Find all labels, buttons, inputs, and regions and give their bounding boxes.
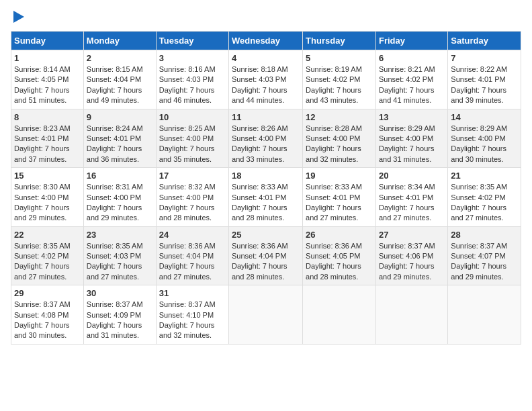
calendar-cell: 7 Sunrise: 8:22 AMSunset: 4:01 PMDayligh… xyxy=(448,50,521,109)
calendar-cell: 1 Sunrise: 8:14 AMSunset: 4:05 PMDayligh… xyxy=(11,50,84,109)
day-info: Sunrise: 8:36 AMSunset: 4:04 PMDaylight:… xyxy=(159,241,226,283)
day-info: Sunrise: 8:31 AMSunset: 4:00 PMDaylight:… xyxy=(87,182,153,224)
day-info: Sunrise: 8:36 AMSunset: 4:05 PMDaylight:… xyxy=(306,241,373,283)
calendar-cell: 27 Sunrise: 8:37 AMSunset: 4:06 PMDaylig… xyxy=(375,226,447,285)
calendar-cell: 5 Sunrise: 8:19 AMSunset: 4:02 PMDayligh… xyxy=(303,50,376,109)
calendar-cell: 28 Sunrise: 8:37 AMSunset: 4:07 PMDaylig… xyxy=(448,226,521,285)
calendar-cell: 2 Sunrise: 8:15 AMSunset: 4:04 PMDayligh… xyxy=(83,50,156,109)
calendar-cell: 31 Sunrise: 8:37 AMSunset: 4:10 PMDaylig… xyxy=(156,285,228,345)
day-number: 31 xyxy=(159,288,226,298)
calendar-cell: 19 Sunrise: 8:33 AMSunset: 4:01 PMDaylig… xyxy=(303,168,376,227)
day-number: 26 xyxy=(306,230,373,240)
day-info: Sunrise: 8:37 AMSunset: 4:08 PMDaylight:… xyxy=(14,300,81,341)
calendar-cell: 3 Sunrise: 8:16 AMSunset: 4:03 PMDayligh… xyxy=(156,50,228,109)
day-info: Sunrise: 8:28 AMSunset: 4:00 PMDaylight:… xyxy=(306,124,373,165)
day-number: 7 xyxy=(451,53,518,63)
calendar-table: SundayMondayTuesdayWednesdayThursdayFrid… xyxy=(11,31,521,345)
header-tuesday: Tuesday xyxy=(156,32,228,50)
day-info: Sunrise: 8:30 AMSunset: 4:00 PMDaylight:… xyxy=(14,182,81,224)
day-number: 22 xyxy=(14,230,81,240)
day-info: Sunrise: 8:36 AMSunset: 4:04 PMDaylight:… xyxy=(232,241,300,283)
day-info: Sunrise: 8:14 AMSunset: 4:05 PMDaylight:… xyxy=(14,64,81,106)
day-info: Sunrise: 8:24 AMSunset: 4:01 PMDaylight:… xyxy=(87,124,153,165)
week-row-5: 29 Sunrise: 8:37 AMSunset: 4:08 PMDaylig… xyxy=(11,285,521,345)
day-number: 9 xyxy=(87,112,153,122)
day-number: 28 xyxy=(451,230,518,240)
day-number: 19 xyxy=(306,171,373,181)
day-info: Sunrise: 8:37 AMSunset: 4:06 PMDaylight:… xyxy=(379,241,445,283)
day-info: Sunrise: 8:25 AMSunset: 4:00 PMDaylight:… xyxy=(159,124,226,165)
calendar-cell: 21 Sunrise: 8:35 AMSunset: 4:02 PMDaylig… xyxy=(448,168,521,227)
day-number: 12 xyxy=(306,112,373,122)
day-info: Sunrise: 8:37 AMSunset: 4:09 PMDaylight:… xyxy=(87,300,153,341)
header-saturday: Saturday xyxy=(448,32,521,50)
calendar-cell: 11 Sunrise: 8:26 AMSunset: 4:00 PMDaylig… xyxy=(229,109,303,168)
day-info: Sunrise: 8:37 AMSunset: 4:10 PMDaylight:… xyxy=(159,300,226,341)
calendar-cell: 14 Sunrise: 8:29 AMSunset: 4:00 PMDaylig… xyxy=(448,109,521,168)
calendar-cell: 25 Sunrise: 8:36 AMSunset: 4:04 PMDaylig… xyxy=(229,226,303,285)
header-sunday: Sunday xyxy=(11,32,84,50)
day-number: 17 xyxy=(159,171,226,181)
week-row-2: 8 Sunrise: 8:23 AMSunset: 4:01 PMDayligh… xyxy=(11,109,521,168)
day-number: 5 xyxy=(306,53,373,63)
day-number: 16 xyxy=(87,171,153,181)
day-number: 6 xyxy=(379,53,445,63)
calendar-cell xyxy=(375,285,447,345)
day-info: Sunrise: 8:21 AMSunset: 4:02 PMDaylight:… xyxy=(379,64,445,106)
calendar-cell: 13 Sunrise: 8:29 AMSunset: 4:00 PMDaylig… xyxy=(375,109,447,168)
day-info: Sunrise: 8:33 AMSunset: 4:01 PMDaylight:… xyxy=(232,182,300,224)
calendar-cell: 10 Sunrise: 8:25 AMSunset: 4:00 PMDaylig… xyxy=(156,109,228,168)
day-info: Sunrise: 8:35 AMSunset: 4:03 PMDaylight:… xyxy=(87,241,153,283)
day-number: 29 xyxy=(14,288,81,298)
day-number: 18 xyxy=(232,171,300,181)
day-info: Sunrise: 8:33 AMSunset: 4:01 PMDaylight:… xyxy=(306,182,373,224)
day-info: Sunrise: 8:29 AMSunset: 4:00 PMDaylight:… xyxy=(451,124,518,165)
day-number: 20 xyxy=(379,171,445,181)
calendar-cell xyxy=(229,285,303,345)
day-info: Sunrise: 8:23 AMSunset: 4:01 PMDaylight:… xyxy=(14,124,81,165)
day-number: 15 xyxy=(14,171,81,181)
day-number: 4 xyxy=(232,53,300,63)
day-info: Sunrise: 8:22 AMSunset: 4:01 PMDaylight:… xyxy=(451,64,518,106)
day-number: 1 xyxy=(14,53,81,63)
calendar-cell: 23 Sunrise: 8:35 AMSunset: 4:03 PMDaylig… xyxy=(83,226,156,285)
day-info: Sunrise: 8:18 AMSunset: 4:03 PMDaylight:… xyxy=(232,64,300,106)
day-info: Sunrise: 8:26 AMSunset: 4:00 PMDaylight:… xyxy=(232,124,300,165)
calendar-cell: 20 Sunrise: 8:34 AMSunset: 4:01 PMDaylig… xyxy=(375,168,447,227)
day-number: 30 xyxy=(87,288,153,298)
day-number: 24 xyxy=(159,230,226,240)
calendar-cell: 24 Sunrise: 8:36 AMSunset: 4:04 PMDaylig… xyxy=(156,226,228,285)
day-number: 8 xyxy=(14,112,81,122)
day-info: Sunrise: 8:34 AMSunset: 4:01 PMDaylight:… xyxy=(379,182,445,224)
calendar-cell: 16 Sunrise: 8:31 AMSunset: 4:00 PMDaylig… xyxy=(83,168,156,227)
calendar-cell: 17 Sunrise: 8:32 AMSunset: 4:00 PMDaylig… xyxy=(156,168,228,227)
calendar-cell: 8 Sunrise: 8:23 AMSunset: 4:01 PMDayligh… xyxy=(11,109,84,168)
week-row-3: 15 Sunrise: 8:30 AMSunset: 4:00 PMDaylig… xyxy=(11,168,521,227)
header-monday: Monday xyxy=(83,32,156,50)
calendar-cell xyxy=(448,285,521,345)
calendar-cell: 4 Sunrise: 8:18 AMSunset: 4:03 PMDayligh… xyxy=(229,50,303,109)
calendar-cell: 30 Sunrise: 8:37 AMSunset: 4:09 PMDaylig… xyxy=(83,285,156,345)
day-number: 14 xyxy=(451,112,518,122)
calendar-cell: 15 Sunrise: 8:30 AMSunset: 4:00 PMDaylig… xyxy=(11,168,84,227)
day-info: Sunrise: 8:32 AMSunset: 4:00 PMDaylight:… xyxy=(159,182,226,224)
day-info: Sunrise: 8:19 AMSunset: 4:02 PMDaylight:… xyxy=(306,64,373,106)
calendar-cell: 26 Sunrise: 8:36 AMSunset: 4:05 PMDaylig… xyxy=(303,226,376,285)
week-row-4: 22 Sunrise: 8:35 AMSunset: 4:02 PMDaylig… xyxy=(11,226,521,285)
header-friday: Friday xyxy=(375,32,447,50)
day-info: Sunrise: 8:35 AMSunset: 4:02 PMDaylight:… xyxy=(14,241,81,283)
day-number: 27 xyxy=(379,230,445,240)
page-header xyxy=(11,11,521,23)
calendar-cell: 6 Sunrise: 8:21 AMSunset: 4:02 PMDayligh… xyxy=(375,50,447,109)
day-number: 2 xyxy=(87,53,153,63)
day-number: 13 xyxy=(379,112,445,122)
day-info: Sunrise: 8:29 AMSunset: 4:00 PMDaylight:… xyxy=(379,124,445,165)
day-number: 3 xyxy=(159,53,226,63)
day-info: Sunrise: 8:15 AMSunset: 4:04 PMDaylight:… xyxy=(87,64,153,106)
calendar-cell: 12 Sunrise: 8:28 AMSunset: 4:00 PMDaylig… xyxy=(303,109,376,168)
day-number: 25 xyxy=(232,230,300,240)
calendar-cell xyxy=(303,285,376,345)
day-info: Sunrise: 8:16 AMSunset: 4:03 PMDaylight:… xyxy=(159,64,226,106)
calendar-cell: 9 Sunrise: 8:24 AMSunset: 4:01 PMDayligh… xyxy=(83,109,156,168)
calendar-cell: 22 Sunrise: 8:35 AMSunset: 4:02 PMDaylig… xyxy=(11,226,84,285)
